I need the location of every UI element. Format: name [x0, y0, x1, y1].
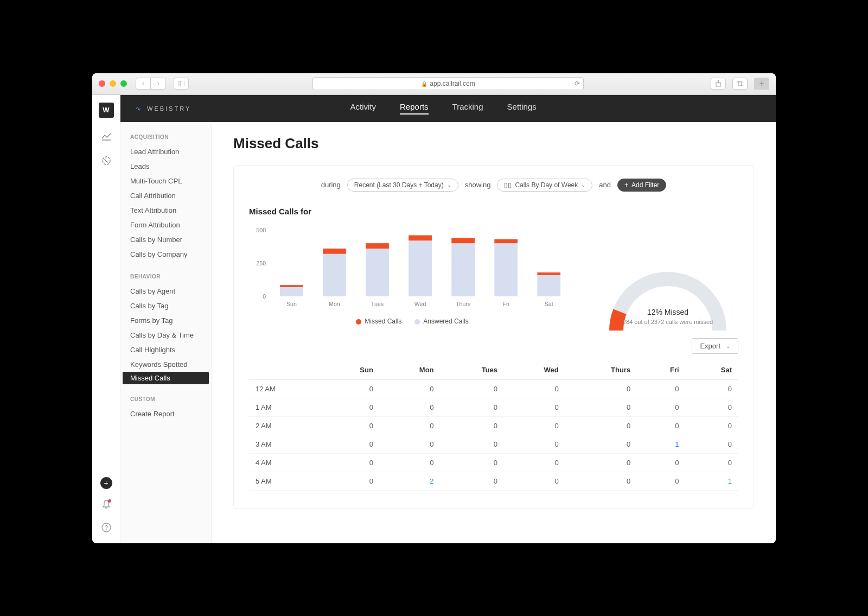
table-cell: 0 [380, 435, 441, 453]
add-button[interactable]: + [100, 477, 112, 489]
filter-label-and: and [599, 181, 611, 189]
minimize-window-icon[interactable] [110, 80, 116, 87]
address-bar[interactable]: 🔒 app.callrail.com ⟳ [312, 77, 584, 90]
reports-sidebar: ACQUISITION Lead Attribution Leads Multi… [120, 122, 212, 543]
gauge-svg [603, 265, 733, 336]
sidebar-item[interactable]: Calls by Tag [120, 299, 211, 313]
svg-rect-26 [451, 243, 475, 296]
missed-calls-bar-chart: 0250500SunMonTuesWedThursFriSat Missed C… [249, 225, 576, 325]
svg-rect-30 [494, 239, 518, 243]
notifications-icon[interactable] [102, 500, 111, 512]
table-cell: 0 [322, 379, 380, 398]
svg-text:250: 250 [256, 259, 266, 266]
table-cell: 0 [380, 416, 441, 435]
table-cell: 0 [322, 453, 380, 472]
calls-icon[interactable] [101, 156, 111, 168]
sidebar-heading-behavior: BEHAVIOR [120, 274, 211, 284]
sidebar-item[interactable]: Text Attribution [120, 203, 211, 218]
table-cell: 0 [504, 416, 565, 435]
table-cell: 0 [686, 453, 738, 472]
analytics-icon[interactable] [101, 133, 111, 143]
refresh-icon[interactable]: ⟳ [575, 80, 580, 87]
table-row: 1 AM0000000 [249, 398, 738, 416]
svg-text:Wed: Wed [414, 300, 426, 307]
missed-gauge: 12% Missed 284 out of 2372 calls were mi… [597, 265, 738, 325]
svg-rect-33 [537, 272, 560, 275]
table-cell: 0 [504, 472, 565, 490]
bar-chart-icon: ▯▯ [504, 181, 512, 189]
maximize-window-icon[interactable] [120, 80, 127, 87]
export-button[interactable]: Export⌄ [692, 338, 738, 354]
table-cell: 0 [686, 435, 738, 453]
sidebar-item[interactable]: Create Report [120, 407, 211, 421]
filter-bar: during Recent (Last 30 Days + Today)⌄ sh… [249, 179, 738, 192]
table-cell: 0 [504, 435, 565, 453]
table-header: Sun [322, 360, 380, 380]
sidebar-item[interactable]: Keywords Spotted [120, 357, 211, 372]
nav-reports[interactable]: Reports [400, 102, 429, 115]
table-cell: 0 [441, 472, 505, 490]
add-filter-button[interactable]: + Add Filter [617, 179, 666, 192]
table-cell: 0 [637, 472, 685, 490]
table-header: Thurs [565, 360, 637, 380]
table-cell: 0 [504, 453, 565, 472]
table-cell: 0 [565, 472, 637, 490]
sidebar-item[interactable]: Calls by Day & Time [120, 328, 211, 342]
sidebar-item[interactable]: Form Attribution [120, 218, 211, 232]
back-button[interactable]: ‹ [136, 78, 151, 90]
svg-point-7 [103, 157, 110, 164]
table-cell: 0 [322, 472, 380, 490]
table-cell: 0 [380, 398, 441, 416]
table-cell[interactable]: 1 [637, 435, 685, 453]
sidebar-item[interactable]: Leads [120, 159, 211, 174]
tabs-button[interactable] [732, 78, 748, 90]
nav-settings[interactable]: Settings [507, 102, 537, 115]
table-cell: 0 [504, 379, 565, 398]
browser-sidebar-button[interactable] [174, 78, 189, 90]
table-header: Tues [441, 360, 505, 380]
table-cell: 0 [441, 398, 505, 416]
close-window-icon[interactable] [99, 80, 105, 87]
table-header: Fri [637, 360, 685, 380]
sidebar-heading-custom: CUSTOM [120, 396, 211, 407]
table-row: 2 AM0000000 [249, 416, 738, 435]
table-cell[interactable]: 1 [686, 472, 738, 490]
view-selector[interactable]: ▯▯ Calls By Day of Week⌄ [497, 179, 592, 192]
sidebar-item[interactable]: Lead Attribution [120, 144, 211, 159]
app-logo[interactable]: W [99, 103, 114, 118]
table-cell[interactable]: 2 [380, 472, 441, 490]
top-bar: ∿WEBISTRY Activity Reports Tracking Sett… [120, 95, 776, 122]
table-cell: 0 [637, 416, 685, 435]
nav-tracking[interactable]: Tracking [452, 102, 483, 115]
table-cell: 0 [565, 416, 637, 435]
svg-rect-24 [409, 235, 432, 240]
help-icon[interactable]: ? [101, 523, 111, 535]
table-cell: 0 [322, 416, 380, 435]
forward-button[interactable]: › [151, 78, 166, 90]
plus-icon: + [624, 181, 628, 189]
sidebar-item[interactable]: Forms by Tag [120, 313, 211, 328]
sidebar-item[interactable]: Calls by Agent [120, 284, 211, 299]
table-cell: 0 [686, 416, 738, 435]
sidebar-item[interactable]: Call Attribution [120, 188, 211, 203]
table-cell: 0 [504, 398, 565, 416]
sidebar-item[interactable]: Calls by Number [120, 232, 211, 247]
date-range-selector[interactable]: Recent (Last 30 Days + Today)⌄ [347, 179, 458, 192]
hourly-table: SunMonTuesWedThursFriSat 12 AM00000001 A… [249, 360, 738, 491]
new-tab-button[interactable]: + [754, 78, 769, 90]
table-header: Sat [686, 360, 738, 380]
svg-text:Mon: Mon [329, 300, 340, 307]
chevron-down-icon: ⌄ [581, 182, 585, 188]
table-cell: 0 [637, 453, 685, 472]
nav-activity[interactable]: Activity [350, 102, 376, 115]
table-cell: 0 [441, 435, 505, 453]
sidebar-item[interactable]: Multi-Touch CPL [120, 174, 211, 188]
share-button[interactable] [711, 78, 726, 90]
sidebar-heading-acquisition: ACQUISITION [120, 134, 211, 144]
table-cell: 0 [637, 379, 685, 398]
table-row: 4 AM0000000 [249, 453, 738, 472]
sidebar-item-missed-calls[interactable]: Missed Calls [123, 372, 209, 384]
sidebar-item[interactable]: Call Highlights [120, 342, 211, 357]
table-cell: 0 [380, 379, 441, 398]
sidebar-item[interactable]: Calls by Company [120, 247, 211, 262]
